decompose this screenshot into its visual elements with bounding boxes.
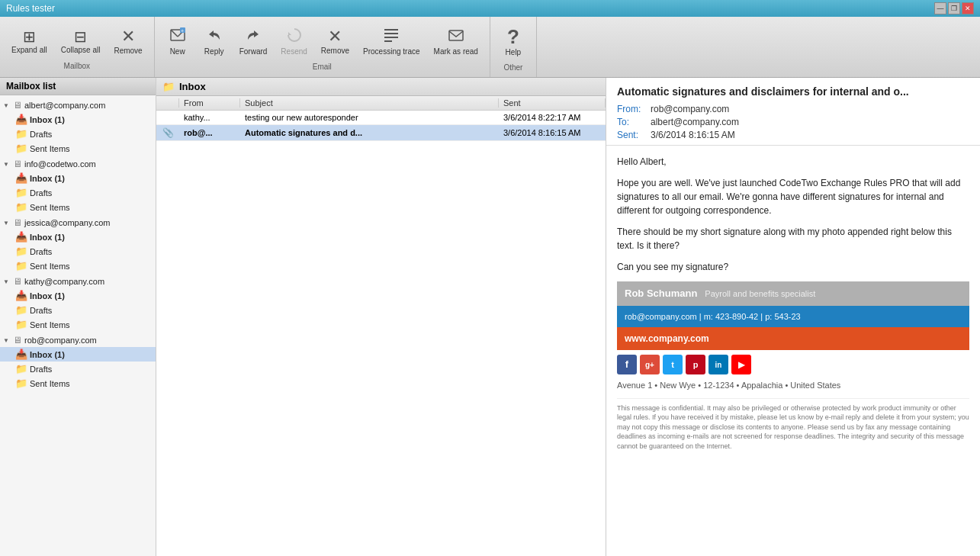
tree-folder-row[interactable]: 📁 Sent Items: [0, 317, 156, 332]
title-bar: Rules tester — ❐ ✕: [0, 0, 980, 17]
collapse-all-button[interactable]: ⊟ Collapse all: [56, 25, 106, 58]
expand-chevron: ▼: [3, 220, 11, 227]
expand-all-label: Expand all: [11, 46, 47, 54]
folder-name: Drafts: [30, 247, 52, 256]
tree-folder-row[interactable]: 📥 Inbox (1): [0, 347, 156, 362]
processing-trace-button[interactable]: Processing trace: [358, 23, 425, 59]
email-row[interactable]: kathy... testing our new autoresponder 3…: [156, 111, 606, 125]
toolbar-group-other: ? Help Other: [490, 17, 537, 77]
preview-body: Hello Albert, Hope you are well. We've j…: [606, 146, 980, 556]
folder-name: Sent Items: [30, 320, 70, 329]
remove-email-button[interactable]: ✕ Remove: [316, 24, 355, 59]
folder-name: Drafts: [30, 130, 52, 139]
inbox-folder-icon-header: 📁: [162, 81, 175, 92]
tree-account-row[interactable]: ▼ 🖥 albert@company.com: [0, 98, 156, 112]
resend-button[interactable]: Resend: [275, 23, 312, 59]
inbox-header-label: Inbox: [179, 81, 206, 92]
expand-chevron: ▼: [3, 161, 11, 168]
youtube-icon[interactable]: ▶: [731, 355, 751, 374]
tree-folder-row[interactable]: 📁 Drafts: [0, 185, 156, 200]
twitter-icon[interactable]: t: [663, 355, 683, 374]
main-area: Mailbox list ▼ 🖥 albert@company.com 📥 In…: [0, 78, 980, 556]
tree-account-row[interactable]: ▼ 🖥 jessica@company.com: [0, 216, 156, 230]
preview-sent-row: Sent: 3/6/2014 8:16:15 AM: [617, 130, 969, 140]
remove-mailbox-icon: ✕: [121, 28, 135, 45]
tree-account: ▼ 🖥 rob@company.com 📥 Inbox (1) 📁 Drafts…: [0, 333, 156, 390]
tree-account-row[interactable]: ▼ 🖥 info@codetwo.com: [0, 157, 156, 171]
email-group-label: Email: [313, 63, 332, 71]
account-email: rob@company.com: [24, 336, 97, 345]
tree-folder-row[interactable]: 📁 Sent Items: [0, 259, 156, 273]
sig-disclaimer: This message is confidential. It may als…: [617, 398, 969, 452]
remove-mailbox-button[interactable]: ✕ Remove: [108, 24, 147, 59]
sig-name: Rob Schumann: [625, 286, 697, 301]
new-button[interactable]: + New: [161, 23, 194, 59]
folder-name: Sent Items: [30, 144, 70, 153]
folder-icon: 📁: [15, 363, 27, 374]
sig-contact: rob@company.com | m: 423-890-42 | p: 543…: [625, 312, 801, 321]
preview-meta: From: rob@company.com To: albert@company…: [617, 104, 969, 140]
forward-label: Forward: [239, 47, 268, 56]
sent-cell: 3/6/2014 8:22:17 AM: [499, 113, 606, 122]
processing-trace-icon: [383, 27, 400, 46]
sig-address: Avenue 1 • New Wye • 12-1234 • Appalachi…: [617, 379, 969, 392]
tree-folder-row[interactable]: 📁 Drafts: [0, 303, 156, 317]
tree-folder-row[interactable]: 📥 Inbox (1): [0, 171, 156, 185]
tree-account: ▼ 🖥 kathy@company.com 📥 Inbox (1) 📁 Draf…: [0, 275, 156, 332]
window-title: Rules tester: [6, 3, 55, 14]
svg-rect-8: [384, 37, 398, 38]
col-subject-header[interactable]: Subject: [240, 98, 499, 108]
tree-folder-row[interactable]: 📁 Sent Items: [0, 376, 156, 390]
facebook-icon[interactable]: f: [617, 355, 637, 374]
tree-folder-row[interactable]: 📁 Sent Items: [0, 200, 156, 214]
mailbox-panel: Mailbox list ▼ 🖥 albert@company.com 📥 In…: [0, 78, 156, 556]
mailbox-tree: ▼ 🖥 albert@company.com 📥 Inbox (1) 📁 Dra…: [0, 95, 156, 556]
tree-folder-row[interactable]: 📁 Drafts: [0, 362, 156, 376]
folder-name: Inbox (1): [30, 115, 65, 124]
tree-folder-row[interactable]: 📥 Inbox (1): [0, 230, 156, 244]
tree-account: ▼ 🖥 info@codetwo.com 📥 Inbox (1) 📁 Draft…: [0, 157, 156, 214]
restore-button[interactable]: ❐: [948, 2, 960, 14]
tree-folder-row[interactable]: 📁 Drafts: [0, 127, 156, 141]
tree-folder-row[interactable]: 📁 Drafts: [0, 244, 156, 259]
tree-account-row[interactable]: ▼ 🖥 kathy@company.com: [0, 275, 156, 288]
tree-folder-row[interactable]: 📥 Inbox (1): [0, 288, 156, 303]
col-from-header[interactable]: From: [179, 98, 240, 108]
col-sent-header[interactable]: Sent: [499, 98, 606, 108]
folder-icon: 📁: [15, 260, 27, 272]
subject-cell: testing our new autoresponder: [240, 113, 499, 122]
email-preview-panel: Automatic signatures and disclaimers for…: [606, 78, 980, 556]
sent-cell: 3/6/2014 8:16:15 AM: [499, 128, 606, 137]
forward-button[interactable]: Forward: [234, 23, 273, 59]
reply-button[interactable]: Reply: [198, 23, 231, 59]
folder-icon: 📁: [15, 201, 27, 213]
email-row[interactable]: 📎 rob@... Automatic signatures and d... …: [156, 125, 606, 141]
expand-chevron: ▼: [3, 337, 11, 344]
tree-folder-row[interactable]: 📁 Sent Items: [0, 141, 156, 156]
account-email: kathy@company.com: [24, 277, 104, 286]
folder-name: Inbox (1): [30, 291, 65, 300]
linkedin-icon[interactable]: in: [708, 355, 728, 374]
col-attach-header[interactable]: [156, 98, 179, 108]
account-email: jessica@company.com: [24, 218, 110, 227]
window-controls: — ❐ ✕: [934, 2, 974, 14]
folder-name: Drafts: [30, 188, 52, 198]
minimize-button[interactable]: —: [934, 2, 946, 14]
expand-all-button[interactable]: ⊞ Expand all: [6, 25, 53, 58]
resend-label: Resend: [281, 47, 307, 56]
remove-email-icon: ✕: [328, 28, 342, 45]
tree-account-row[interactable]: ▼ 🖥 rob@company.com: [0, 333, 156, 347]
folder-name: Inbox (1): [30, 233, 65, 242]
folder-icon: 📥: [15, 114, 27, 125]
close-button[interactable]: ✕: [962, 2, 974, 14]
tree-folder-row[interactable]: 📥 Inbox (1): [0, 112, 156, 127]
account-email: info@codetwo.com: [24, 159, 96, 169]
from-cell: kathy...: [179, 113, 240, 122]
to-value: albert@company.com: [651, 117, 739, 127]
pinterest-icon[interactable]: p: [686, 355, 705, 374]
sig-name-bar: Rob Schumann Payroll and benefits specia…: [617, 281, 969, 306]
mark-as-read-button[interactable]: Mark as read: [429, 23, 484, 59]
reply-icon: [206, 27, 223, 46]
help-button[interactable]: ? Help: [496, 23, 530, 60]
googleplus-icon[interactable]: g+: [640, 355, 660, 374]
